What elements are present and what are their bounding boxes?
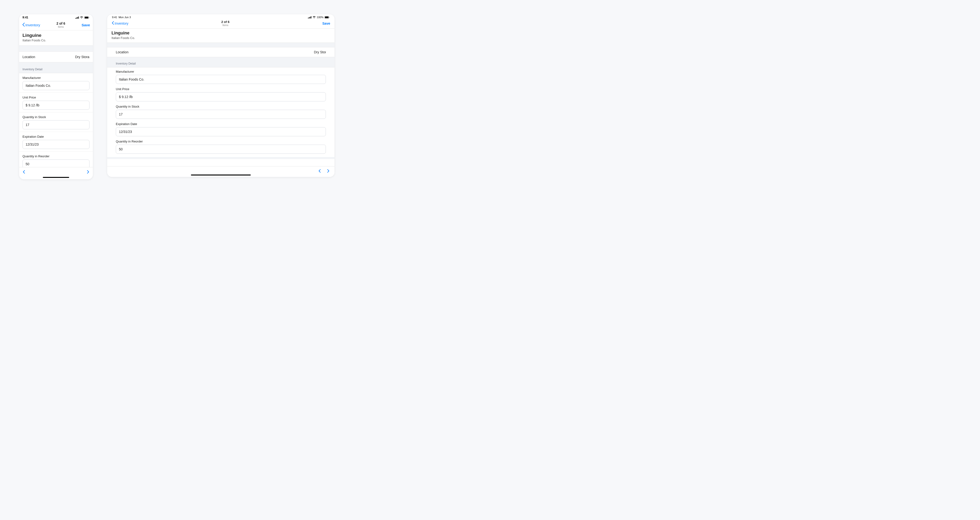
wifi-icon (312, 16, 316, 18)
manufacturer-label: Manufacturer (116, 70, 326, 73)
quantity-reorder-field[interactable] (22, 160, 89, 167)
svg-rect-10 (311, 16, 312, 18)
nav-subtitle: Items (221, 24, 229, 27)
manufacturer-field[interactable] (22, 81, 89, 90)
item-subtitle: Italian Foods Co. (111, 36, 330, 40)
quantity-reorder-label: Quantity in Reorder (116, 140, 326, 143)
chevron-left-icon (111, 21, 114, 25)
section-gap (19, 46, 93, 51)
quantity-stock-field[interactable] (22, 120, 89, 129)
quantity-stock-label: Quantity in Stock (116, 105, 326, 108)
tablet-device: 9:41 Mon Jun 3 100% Inventory 2 of 6 Ite… (107, 14, 334, 177)
manufacturer-field[interactable] (116, 75, 326, 84)
unit-price-label: Unit Price (22, 96, 89, 99)
item-subtitle: Italian Foods Co. (22, 38, 89, 42)
section-gap (107, 43, 334, 47)
battery-icon (84, 16, 89, 19)
quantity-reorder-field[interactable] (116, 145, 326, 154)
nav-subtitle: Items (56, 25, 65, 28)
location-row[interactable]: Location Dry Storage (107, 47, 334, 57)
svg-rect-5 (85, 17, 88, 18)
svg-rect-1 (76, 17, 77, 19)
expiration-date-label: Expiration Date (116, 122, 326, 126)
wifi-icon (80, 16, 83, 19)
expiration-date-field[interactable] (22, 140, 89, 149)
footer-nav (107, 166, 334, 174)
save-button[interactable]: Save (322, 22, 330, 25)
item-header: Linguine Italian Foods Co. (107, 29, 334, 43)
svg-rect-2 (77, 17, 78, 19)
battery-pct: 100% (317, 16, 323, 19)
home-indicator (191, 174, 251, 176)
nav-title: 2 of 6 (56, 22, 65, 25)
footer-nav (19, 167, 93, 176)
nav-title: 2 of 6 (221, 20, 229, 24)
nav-bar: Inventory 2 of 6 Items Save (19, 20, 93, 30)
location-row[interactable]: Location Dry Storage (19, 51, 93, 62)
chevron-left-icon (22, 22, 25, 27)
quantity-stock-field[interactable] (116, 110, 326, 119)
nav-bar: Inventory 2 of 6 Items Save (107, 19, 334, 29)
prev-button[interactable] (22, 170, 25, 174)
status-time: 9:41 (112, 16, 117, 19)
next-button[interactable] (87, 170, 89, 174)
prev-button[interactable] (318, 169, 321, 173)
unit-price-field[interactable] (116, 92, 326, 101)
svg-rect-0 (75, 18, 76, 19)
quantity-stock-label: Quantity in Stock (22, 115, 89, 119)
location-label: Location (116, 50, 129, 54)
svg-rect-6 (89, 17, 89, 18)
battery-icon (325, 16, 330, 19)
status-date: Mon Jun 3 (118, 16, 130, 19)
expiration-date-field[interactable] (116, 127, 326, 136)
expiration-date-label: Expiration Date (22, 135, 89, 138)
status-time: 9:41 (22, 16, 28, 19)
back-label: Inventory (115, 22, 129, 25)
unit-price-label: Unit Price (116, 87, 326, 91)
signal-icon (308, 16, 312, 18)
phone-device: 9:41 Inventory 2 of 6 Items Save Linguin… (19, 14, 93, 179)
next-button[interactable] (327, 169, 330, 173)
location-value: Dry Storage (75, 55, 89, 59)
section-gap (107, 157, 334, 159)
status-bar: 9:41 Mon Jun 3 100% (107, 14, 334, 19)
svg-rect-3 (78, 16, 79, 19)
section-header-inventory-detail: Inventory Detail (19, 62, 93, 73)
back-button[interactable]: Inventory (22, 22, 40, 27)
manufacturer-label: Manufacturer (22, 76, 89, 79)
item-title: Linguine (22, 33, 89, 38)
svg-rect-8 (309, 17, 310, 18)
svg-rect-7 (308, 18, 309, 18)
quantity-reorder-label: Quantity in Reorder (22, 154, 89, 158)
save-button[interactable]: Save (81, 23, 90, 27)
svg-rect-13 (329, 17, 330, 18)
section-header-inventory-detail: Inventory Detail (107, 57, 334, 67)
item-title: Linguine (111, 31, 330, 36)
signal-icon (75, 16, 79, 19)
back-button[interactable]: Inventory (111, 21, 129, 25)
back-label: Inventory (25, 23, 40, 27)
status-bar: 9:41 (19, 14, 93, 20)
svg-rect-9 (310, 17, 310, 18)
location-label: Location (22, 55, 35, 59)
home-indicator (43, 177, 69, 178)
unit-price-field[interactable] (22, 101, 89, 110)
location-value: Dry Storage (314, 50, 326, 54)
item-header: Linguine Italian Foods Co. (19, 30, 93, 46)
svg-rect-12 (325, 16, 328, 18)
